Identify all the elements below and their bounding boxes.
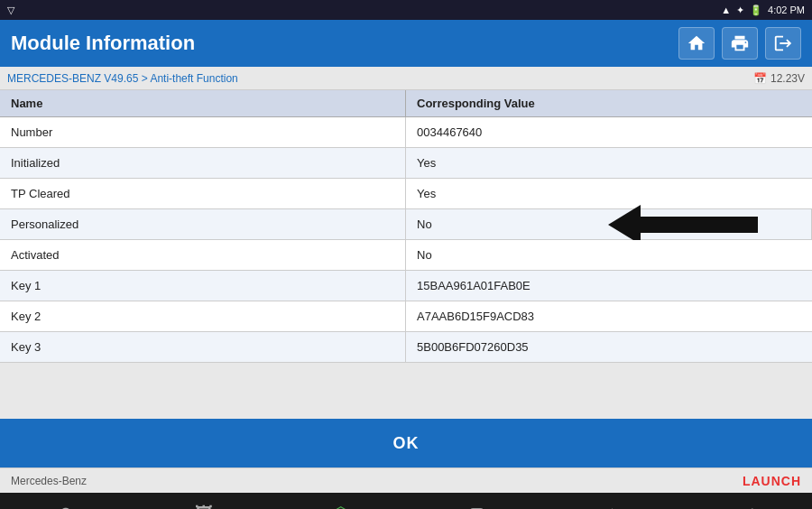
breadcrumb: MERCEDES-BENZ V49.65 > Anti-theft Functi… (7, 72, 238, 85)
battery-voltage: 12.23V (770, 72, 805, 85)
wifi-icon: ▲ (721, 5, 731, 15)
home-icon (687, 33, 706, 53)
nav-bar: ⟳ 🖼 ⬡ ▢ △ ◁ (0, 493, 812, 509)
column-name-header: Name (0, 90, 406, 116)
row-value-cell: 15BAA961A01FAB0E (406, 271, 812, 301)
ok-bar: OK (0, 419, 812, 467)
arrow-body (641, 217, 758, 233)
time-display: 4:02 PM (768, 5, 805, 15)
browser-nav-icon[interactable]: ⟳ (60, 503, 75, 509)
bottom-info-bar: Mercedes-Benz LAUNCH (0, 467, 812, 493)
row-name-cell: Key 2 (0, 301, 406, 331)
table-body: Number0034467640InitializedYesTP Cleared… (0, 117, 812, 363)
home-button[interactable] (678, 27, 715, 60)
home-nav-icon[interactable]: △ (605, 503, 619, 509)
ok-button[interactable]: OK (0, 419, 812, 467)
battery-info: 📅 12.23V (753, 72, 805, 85)
row-value-cell: Yes (406, 148, 812, 178)
status-bar: ▽ ▲ ✦ 🔋 4:02 PM (0, 0, 812, 20)
vehicle-text: Mercedes-Benz (11, 475, 87, 487)
row-name-cell: Key 1 (0, 271, 406, 301)
status-bar-left: ▽ (7, 5, 14, 16)
arrow-annotation (608, 205, 758, 245)
arrow-head-icon (608, 205, 641, 245)
row-name-cell: Activated (0, 240, 406, 270)
row-value-cell: A7AAB6D15F9ACD83 (406, 301, 812, 331)
table-row: Key 35B00B6FD07260D35 (0, 332, 812, 363)
row-name-cell: TP Cleared (0, 179, 406, 208)
table-row: PersonalizedNo (0, 209, 812, 240)
table-header: Name Corresponding Value (0, 90, 812, 117)
row-value-cell: 5B00B6FD07260D35 (406, 332, 812, 362)
column-value-header: Corresponding Value (406, 90, 812, 116)
table-row: Number0034467640 (0, 117, 812, 148)
content-area: Name Corresponding Value Number003446764… (0, 90, 812, 419)
launch-logo: LAUNCH (743, 474, 801, 488)
bluetooth-icon: ✦ (736, 5, 744, 16)
row-value-cell: 0034467640 (406, 117, 812, 147)
page-title: Module Information (11, 32, 195, 55)
table-row: Key 115BAA961A01FAB0E (0, 271, 812, 301)
exit-button[interactable] (765, 27, 801, 60)
table-row: Key 2A7AAB6D15F9ACD83 (0, 301, 812, 332)
battery-icon: 🔋 (750, 5, 762, 16)
row-name-cell: Initialized (0, 148, 406, 178)
battery-calendar-icon: 📅 (753, 72, 767, 85)
back-nav-icon[interactable]: ◁ (739, 503, 752, 509)
recents-nav-icon[interactable]: ▢ (468, 503, 485, 509)
row-name-cell: Number (0, 117, 406, 147)
v-icon: ▽ (7, 5, 14, 16)
row-name-cell: Key 3 (0, 332, 406, 362)
gallery-nav-icon[interactable]: 🖼 (195, 504, 213, 510)
header: Module Information (0, 20, 812, 67)
print-icon (730, 33, 750, 53)
row-name-cell: Personalized (0, 209, 406, 239)
apps-nav-icon[interactable]: ⬡ (333, 503, 348, 509)
breadcrumb-bar: MERCEDES-BENZ V49.65 > Anti-theft Functi… (0, 67, 812, 90)
table-row: ActivatedNo (0, 240, 812, 271)
header-icons (678, 27, 801, 60)
status-bar-right: ▲ ✦ 🔋 4:02 PM (721, 5, 805, 16)
row-value-cell: No (406, 240, 812, 270)
print-button[interactable] (722, 27, 758, 60)
exit-icon (773, 33, 793, 53)
table-row: InitializedYes (0, 148, 812, 179)
